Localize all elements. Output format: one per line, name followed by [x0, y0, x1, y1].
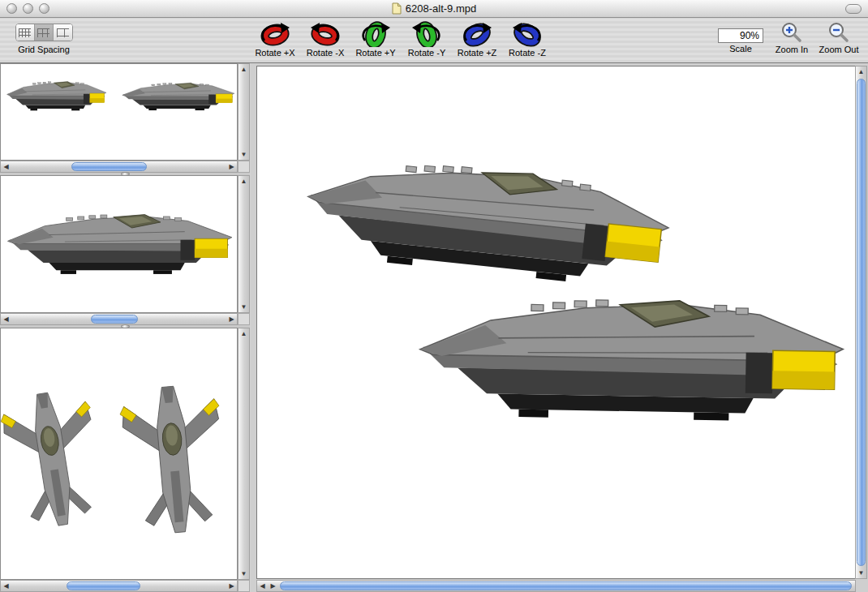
scrollbar-corner — [238, 313, 250, 325]
side-view-render-2 — [1, 176, 237, 312]
orthographic-views-panel: ▲ ▼ ◀ ▶ ▲ ▼ ◀ ▶ — [0, 63, 250, 592]
rotate-plus-y-button[interactable]: Rotate +Y — [352, 21, 399, 58]
side-view-canvas-1[interactable] — [0, 63, 238, 161]
grid-fine-icon — [19, 28, 31, 37]
scrollbar-thumb[interactable] — [67, 581, 140, 590]
scroll-down-button[interactable]: ▼ — [238, 568, 249, 579]
rotate-x-icon — [260, 21, 290, 47]
top-view-render — [1, 328, 237, 579]
scrollbar-thumb[interactable] — [280, 581, 852, 590]
zoom-out-button[interactable]: Zoom Out — [814, 21, 864, 54]
rotate-minus-y-label: Rotate -Y — [403, 48, 450, 58]
vertical-scrollbar[interactable]: ▲ ▼ — [238, 175, 250, 313]
zoom-in-icon — [780, 21, 804, 44]
titlebar[interactable]: 6208-alt-9.mpd — [0, 0, 868, 18]
grid-spacing-coarse-segment[interactable] — [54, 24, 72, 41]
scroll-right-button[interactable]: ▶ — [268, 581, 278, 591]
grid-spacing-tool: Grid Spacing — [6, 24, 81, 54]
horizontal-scrollbar[interactable]: ◀ ▶ — [0, 580, 238, 592]
rotate-minus-z-button[interactable]: Rotate -Z — [504, 21, 551, 58]
document-icon — [392, 2, 402, 15]
main-vertical-scrollbar[interactable]: ▲ ▼ — [855, 66, 867, 579]
rotate-z-icon — [462, 21, 492, 47]
window-title: 6208-alt-9.mpd — [0, 0, 868, 17]
zoom-in-label: Zoom In — [771, 45, 813, 54]
rotate-minus-z-label: Rotate -Z — [504, 48, 551, 58]
rotate-plus-x-label: Rotate +X — [251, 48, 299, 58]
scroll-up-button[interactable]: ▲ — [856, 66, 866, 77]
scale-tool: Scale — [712, 21, 769, 54]
side-view-pane-1: ▲ ▼ ◀ ▶ — [0, 63, 250, 173]
scroll-right-button[interactable]: ▶ — [226, 581, 237, 591]
window-title-text: 6208-alt-9.mpd — [406, 2, 476, 15]
main-horizontal-scrollbar[interactable]: ◀ ▶ — [256, 580, 856, 592]
vertical-scrollbar[interactable]: ▲ ▼ — [238, 63, 250, 161]
rotate-plus-y-label: Rotate +Y — [352, 48, 399, 58]
scale-input[interactable] — [718, 28, 763, 43]
scroll-down-button[interactable]: ▼ — [856, 568, 866, 578]
horizontal-scrollbar[interactable]: ◀ ▶ — [0, 313, 238, 325]
scale-label: Scale — [712, 44, 769, 54]
rotate-minus-x-button[interactable]: Rotate -X — [302, 21, 349, 58]
scroll-right-button[interactable]: ▶ — [226, 314, 237, 324]
rotate-plus-z-button[interactable]: Rotate +Z — [453, 21, 501, 58]
scrollbar-thumb[interactable] — [71, 162, 147, 171]
scroll-left-button[interactable]: ◀ — [1, 161, 11, 172]
rotate-plus-z-label: Rotate +Z — [453, 48, 501, 58]
scroll-left-button[interactable]: ◀ — [1, 581, 11, 591]
scroll-left-button[interactable]: ◀ — [257, 581, 268, 591]
grid-spacing-medium-segment[interactable] — [35, 24, 54, 41]
side-view-pane-2: ▲ ▼ ◀ ▶ — [0, 175, 250, 325]
rotate-y-icon — [411, 21, 442, 47]
side-view-render-1 — [1, 64, 237, 160]
zoom-out-icon — [827, 21, 851, 44]
scroll-up-button[interactable]: ▲ — [238, 176, 249, 187]
scroll-down-button[interactable]: ▼ — [238, 302, 249, 312]
horizontal-scrollbar[interactable]: ◀ ▶ — [0, 161, 238, 173]
grid-spacing-control — [15, 24, 73, 41]
rotate-plus-x-button[interactable]: Rotate +X — [251, 21, 299, 58]
scroll-down-button[interactable]: ▼ — [238, 149, 249, 160]
rotate-minus-y-button[interactable]: Rotate -Y — [403, 21, 450, 58]
rotate-y-icon — [360, 21, 391, 47]
zoom-out-label: Zoom Out — [814, 45, 864, 54]
rotate-minus-x-label: Rotate -X — [302, 48, 349, 58]
scrollbar-thumb[interactable] — [857, 79, 866, 566]
scrollbar-thumb[interactable] — [91, 315, 138, 324]
scrollbar-corner — [238, 580, 250, 592]
model-render — [257, 66, 855, 578]
main-model-canvas[interactable] — [256, 66, 856, 579]
main-view: ▲ ▼ ◀ ▶ — [251, 63, 868, 592]
scroll-right-button[interactable]: ▶ — [226, 161, 237, 172]
scrollbar-corner — [238, 161, 250, 173]
grid-spacing-fine-segment[interactable] — [16, 24, 35, 41]
top-view-canvas[interactable] — [0, 328, 238, 580]
grid-spacing-label: Grid Spacing — [6, 45, 81, 54]
scroll-up-button[interactable]: ▲ — [238, 328, 249, 339]
rotate-x-icon — [310, 21, 341, 47]
vertical-scrollbar[interactable]: ▲ ▼ — [238, 328, 250, 580]
grid-coarse-icon — [57, 28, 69, 37]
rotate-z-icon — [512, 21, 543, 47]
top-view-pane: ▲ ▼ ◀ ▶ — [0, 328, 250, 592]
zoom-in-button[interactable]: Zoom In — [771, 21, 813, 54]
toolbar: Grid Spacing Rotate +X Rotate -X — [0, 19, 868, 63]
side-view-canvas-2[interactable] — [0, 175, 238, 313]
grid-medium-icon — [37, 28, 49, 37]
scroll-left-button[interactable]: ◀ — [1, 314, 11, 324]
toolbar-toggle-button[interactable] — [845, 4, 862, 14]
scroll-up-button[interactable]: ▲ — [238, 64, 249, 75]
